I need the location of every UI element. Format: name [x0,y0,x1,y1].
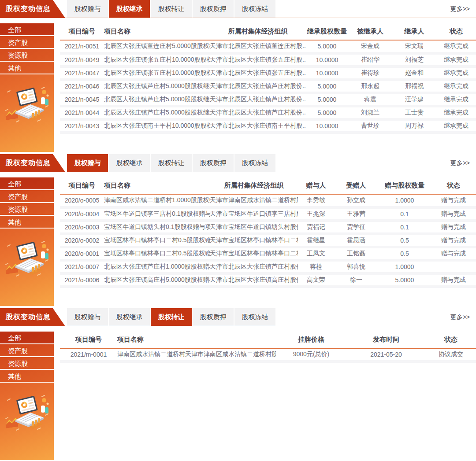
cell: 天津市宝坻区牛道口镇李三店村股... [210,207,298,221]
cell: 0.5 [378,247,431,260]
table-row[interactable]: 2021/n-0044北辰区大张庄镇芦庄村5.0000股股权继承...天津市北辰… [60,106,476,119]
table-row[interactable]: 2020/o-0004宝坻区牛道口镇李三店村0.1股股权赠与项目天津市宝坻区牛道… [60,207,476,221]
column-header: 状态 [426,332,476,348]
cell: 赠与完成 [431,273,476,287]
sidebar-item-all[interactable]: 全部 [0,23,54,36]
cell: 5.0000 [378,273,431,287]
table-header-row: 项目编号项目名称所属村集体经济组织继承股权数量被继承人继承人状态 [60,23,476,40]
tab-transfer[interactable]: 股权转让 [151,308,192,326]
sidebar-item-other[interactable]: 其他 [0,370,54,383]
sidebar-item-other[interactable]: 其他 [0,216,54,229]
cell: 天津市北辰区大张庄镇芦庄村股份... [210,93,306,106]
cell: 蒋震 [348,93,392,106]
cell: 2021/n-0045 [60,93,104,106]
column-header: 项目名称 [104,177,210,194]
tab-pledge[interactable]: 股权质押 [193,154,234,172]
table-row[interactable]: 2021/o-0007北辰区大张庄镇芦庄村1.0000股股权赠与...天津市北辰… [60,260,476,273]
cell: 王铭磊 [334,247,378,260]
table-area: 项目编号项目名称所属村集体经济组织继承股权数量被继承人继承人状态2021/n-0… [54,23,476,152]
sidebar-item-resource-shares[interactable]: 资源股 [0,357,54,370]
section-header: 股权变动信息 股权赠与股权继承股权转让股权质押股权冻结 更多>> [0,154,476,172]
column-header: 发布时间 [346,332,426,348]
tab-gift[interactable]: 股权赠与 [67,308,108,326]
tab-freeze[interactable]: 股权冻结 [234,308,275,326]
sidebar-item-asset-shares[interactable]: 资产股 [0,190,54,203]
table-row[interactable]: 2021/n-0045北辰区大张庄镇芦庄村5.0000股股权继承...天津市北辰… [60,93,476,106]
cell: 贾福记 [298,221,334,234]
sidebar: 全部资产股资源股其他 [0,23,54,152]
tab-freeze[interactable]: 股权冻结 [234,0,275,18]
cell: 宝坻区林亭口镇林亭口二村0.5股股权赠与... [104,247,210,260]
cell: 赠与完成 [431,221,476,234]
cell: 天津市北辰区大张庄镇张五庄村股... [210,53,306,66]
cell: 5.0000 [306,40,348,53]
cell: 邢福祝 [392,80,436,93]
cell: 天津市北辰区大张庄镇芦庄村股份... [210,80,306,93]
tab-gift[interactable]: 股权赠与 [67,0,108,18]
cell: 蒋栓 [298,260,334,273]
tab-gift[interactable]: 股权赠与 [67,154,108,172]
tab-bar: 股权赠与股权继承股权转让股权质押股权冻结 [67,154,276,172]
cell: 0.5 [378,234,431,247]
table-row[interactable]: 2021/n-0046北辰区大张庄镇芦庄村5.0000股股权继承...天津市北辰… [60,80,476,93]
sidebar-item-asset-shares[interactable]: 资产股 [0,36,54,49]
tab-pledge[interactable]: 股权质押 [193,308,234,326]
sidebar-item-asset-shares[interactable]: 资产股 [0,344,54,357]
column-header: 项目名称 [104,23,210,40]
cell: 赠与完成 [431,234,476,247]
tab-inherit[interactable]: 股权继承 [109,154,150,172]
equity-change-page: 股权变动信息 股权赠与股权继承股权转让股权质押股权冻结 更多>> 全部资产股资源… [0,0,476,461]
cell: 宋文瑞 [392,40,436,53]
sidebar-item-all[interactable]: 全部 [0,177,54,190]
tab-transfer[interactable]: 股权转让 [151,154,192,172]
cell: 郭喜悦 [334,260,378,273]
cell: 2021/o-0007 [60,260,104,273]
cell: 继承完成 [436,53,476,66]
section-ribbon: 股权变动信息 [0,308,65,326]
cell: 9000元(总价) [276,348,346,361]
table-row[interactable]: 2020/o-0002宝坻区林亭口镇林亭口二村0.5股股权赠与...天津市宝坻区… [60,234,476,247]
laptop-analytics-illustration [3,392,51,433]
laptop-analytics-illustration [3,238,51,279]
sidebar-item-all[interactable]: 全部 [0,332,54,344]
sidebar-item-resource-shares[interactable]: 资源股 [0,49,54,62]
table-row[interactable]: 2021/o-0006北辰区大张庄镇高庄村5.0000股股权赠与...天津市北辰… [60,273,476,287]
cell: 周万禄 [392,119,436,133]
table-row[interactable]: 2020/o-0001宝坻区林亭口镇林亭口二村0.5股股权赠与...天津市宝坻区… [60,247,476,260]
table-row[interactable]: 2020/o-0003宝坻区牛道口镇塘头村0.1股股权赠与项目天津市宝坻区牛道口… [60,221,476,234]
more-link[interactable]: 更多>> [450,154,470,172]
tab-pledge[interactable]: 股权质押 [193,0,234,18]
table-row[interactable]: 2021/n-0051北辰区大张庄镇董连庄村5.0000股股权继...天津市北辰… [60,40,476,53]
gift-table: 项目编号项目名称所属村集体经济组织赠与人受赠人赠与股权数量状态2020/o-00… [60,177,476,288]
cell: 5.0000 [306,80,348,93]
cell: 北辰区大张庄镇高庄村5.0000股股权赠与... [104,273,210,287]
sidebar-item-other[interactable]: 其他 [0,62,54,74]
cell: 2021/n-0043 [60,119,104,133]
table-row[interactable]: 2021/n-0047北辰区大张庄镇张五庄村10.0000股股权继...天津市北… [60,66,476,80]
table-row[interactable]: 2021/n-0049北辰区大张庄镇张五庄村10.0000股股权继...天津市北… [60,53,476,66]
table-row[interactable]: 2020/o-0005津南区咸水沽镇二道桥村1.0000股股权赠...天津市津南… [60,194,476,207]
cell: 北辰区大张庄镇张五庄村10.0000股股权继... [104,66,210,80]
cell: 宝坻区牛道口镇李三店村0.1股股权赠与项目 [104,207,210,221]
cell: 刘淑兰 [348,106,392,119]
tab-inherit[interactable]: 股权继承 [109,308,150,326]
tab-bar: 股权赠与股权继承股权转让股权质押股权冻结 [67,0,276,18]
more-link[interactable]: 更多>> [450,308,470,326]
cell: 王雅茜 [334,207,378,221]
column-header: 所属村集体经济组织 [210,177,298,194]
section-gift: 股权变动信息 股权赠与股权继承股权转让股权质押股权冻结 更多>> 全部资产股资源… [0,154,476,306]
table-row[interactable]: 2021/n-0043北辰区大张庄镇南王平村10.0000股股权继...天津市北… [60,119,476,133]
cell: 崔得珍 [348,66,392,80]
section-ribbon: 股权变动信息 [0,0,65,18]
table-row[interactable]: 2021/m-0001津南区咸水沽镇二道桥村天津市津南区咸水沽镇二道桥村股份经.… [60,348,476,361]
tab-inherit[interactable]: 股权继承 [109,0,150,18]
more-link[interactable]: 更多>> [450,0,470,18]
tab-transfer[interactable]: 股权转让 [151,0,192,18]
sidebar-illustration [0,392,54,433]
cell: 王兆深 [298,207,334,221]
cell: 天津市北辰区大张庄镇张五庄村股... [210,66,306,80]
inheritance-table: 项目编号项目名称所属村集体经济组织继承股权数量被继承人继承人状态2021/n-0… [60,23,476,134]
cell: 2021/n-0047 [60,66,104,80]
sidebar-item-resource-shares[interactable]: 资源股 [0,203,54,216]
tab-freeze[interactable]: 股权冻结 [234,154,275,172]
